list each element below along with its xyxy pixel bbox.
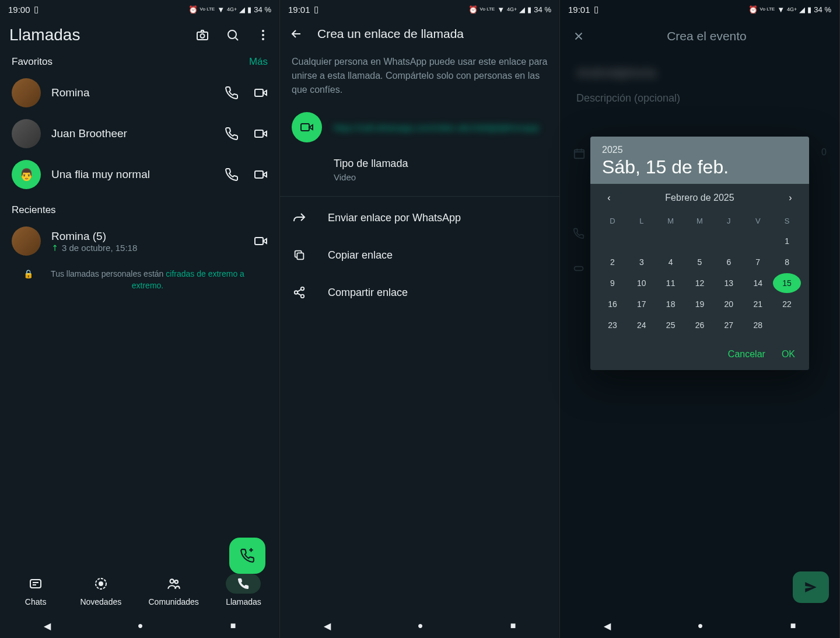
video-call-icon[interactable] — [254, 86, 268, 100]
home-icon[interactable]: ● — [698, 620, 704, 631]
send-whatsapp-button[interactable]: Enviar enlace por WhatsApp — [280, 199, 559, 236]
next-month-icon[interactable]: › — [783, 191, 797, 205]
prev-month-icon[interactable]: ‹ — [602, 191, 616, 205]
favorites-more-button[interactable]: Más — [249, 56, 268, 68]
calendar-dow: L — [628, 212, 656, 230]
nav-communities[interactable]: Comunidades — [148, 574, 198, 606]
send-fab[interactable] — [793, 571, 829, 603]
calendar-day[interactable]: 23 — [598, 315, 626, 335]
event-name-field[interactable]: Androidphoria — [576, 65, 823, 81]
calendar-day[interactable]: 1 — [773, 231, 801, 251]
home-icon[interactable]: ● — [418, 620, 424, 631]
avatar[interactable]: 👨 — [12, 160, 41, 189]
sim-icon: ▯ — [34, 4, 38, 15]
calendar-day[interactable]: 9 — [598, 273, 626, 293]
calendar-day[interactable]: 28 — [744, 315, 772, 335]
sim-icon: ▯ — [594, 4, 598, 15]
svg-point-14 — [174, 580, 177, 583]
action-label: Enviar enlace por WhatsApp — [328, 212, 461, 224]
voice-call-icon[interactable] — [225, 86, 239, 100]
wifi-icon: ▼ — [217, 5, 225, 14]
calendar-day[interactable]: 11 — [657, 273, 685, 293]
calendar-day[interactable]: 10 — [628, 273, 656, 293]
outgoing-arrow-icon: ↗ — [49, 242, 61, 253]
menu-dots-icon[interactable] — [256, 28, 270, 42]
recents-icon[interactable]: ■ — [510, 620, 516, 631]
back-icon[interactable]: ◀ — [324, 620, 331, 632]
favorite-item[interactable]: Juan Brootheer — [0, 113, 279, 154]
video-call-icon[interactable] — [254, 234, 268, 248]
calendar-day[interactable]: 24 — [628, 315, 656, 335]
signal-icon: ◢ — [239, 5, 245, 14]
calendar-day[interactable]: 27 — [715, 315, 743, 335]
voice-call-icon[interactable] — [225, 168, 239, 182]
video-call-icon[interactable] — [254, 168, 268, 182]
date-picker-header: 2025 Sáb, 15 de feb. — [590, 137, 809, 184]
calendar-day[interactable]: 6 — [715, 252, 743, 272]
calendar-day[interactable]: 16 — [598, 294, 626, 314]
voice-call-icon[interactable] — [225, 127, 239, 141]
back-icon[interactable]: ◀ — [604, 620, 611, 632]
avatar[interactable] — [12, 119, 41, 148]
recent-header: Recientes — [0, 195, 279, 221]
calendar-day[interactable]: 12 — [686, 273, 714, 293]
alarm-icon: ⏰ — [748, 5, 758, 14]
nav-updates[interactable]: Novedades — [80, 574, 121, 606]
avatar[interactable] — [12, 226, 41, 256]
calendar-day[interactable]: 7 — [744, 252, 772, 272]
calendar-day[interactable]: 2 — [598, 252, 626, 272]
calendar-day[interactable]: 8 — [773, 252, 801, 272]
nav-chats[interactable]: Chats — [18, 574, 53, 606]
search-icon[interactable] — [226, 28, 240, 42]
camera-icon[interactable] — [195, 28, 209, 42]
calendar-day[interactable]: 3 — [628, 252, 656, 272]
calendar-day[interactable]: 26 — [686, 315, 714, 335]
video-call-icon[interactable] — [254, 127, 268, 141]
calendar-day[interactable]: 5 — [686, 252, 714, 272]
battery-pct: 34 % — [814, 5, 831, 14]
call-type-value: Video — [334, 172, 548, 182]
calendar-day[interactable]: 22 — [773, 294, 801, 314]
nav-calls[interactable]: Llamadas — [226, 574, 261, 606]
picker-year[interactable]: 2025 — [602, 145, 797, 155]
svg-rect-9 — [255, 238, 263, 245]
svg-rect-20 — [575, 150, 584, 159]
battery-icon: ▮ — [247, 5, 251, 14]
battery-icon: ▮ — [527, 5, 531, 14]
home-icon[interactable]: ● — [138, 620, 144, 631]
calendar-day[interactable]: 4 — [657, 252, 685, 272]
nav-label: Chats — [25, 597, 47, 606]
cancel-button[interactable]: Cancelar — [728, 349, 765, 360]
calendar-day[interactable]: 15 — [773, 273, 801, 293]
date-picker: 2025 Sáb, 15 de feb. ‹ Febrero de 2025 ›… — [590, 137, 809, 370]
favorite-item[interactable]: 👨 Una flia muy normal — [0, 154, 279, 195]
favorite-item[interactable]: Romina — [0, 72, 279, 113]
svg-rect-15 — [301, 124, 309, 131]
network-badge: 4G+ — [507, 6, 517, 12]
recents-icon[interactable]: ■ — [230, 620, 236, 631]
status-time: 19:01 — [288, 5, 310, 15]
calendar-day[interactable]: 13 — [715, 273, 743, 293]
create-link-header: Crea un enlace de llamada — [280, 19, 559, 49]
share-link-button[interactable]: Compartir enlace — [280, 274, 559, 311]
calendar-day[interactable]: 25 — [657, 315, 685, 335]
ok-button[interactable]: OK — [782, 349, 795, 360]
back-arrow-icon[interactable] — [289, 27, 303, 41]
avatar[interactable] — [12, 78, 41, 107]
calls-header: Llamadas — [0, 19, 279, 47]
calendar-day[interactable]: 20 — [715, 294, 743, 314]
copy-link-button[interactable]: Copiar enlace — [280, 236, 559, 274]
calendar-day[interactable]: 19 — [686, 294, 714, 314]
back-icon[interactable]: ◀ — [44, 620, 51, 632]
recents-icon[interactable]: ■ — [790, 620, 796, 631]
recent-call-item[interactable]: Romina (5) ↗ 3 de octubre, 15:18 — [0, 221, 279, 262]
calendar-day[interactable]: 21 — [744, 294, 772, 314]
calendar-day[interactable]: 14 — [744, 273, 772, 293]
event-description-field[interactable]: Descripción (opcional) — [576, 92, 823, 104]
call-type-row[interactable]: Tipo de llamada Video — [280, 148, 559, 194]
close-icon[interactable] — [572, 29, 586, 43]
calendar-day[interactable]: 18 — [657, 294, 685, 314]
call-link-row[interactable]: https://call.whatsapp.com/video abcXdefg… — [280, 106, 559, 148]
calendar-day[interactable]: 17 — [628, 294, 656, 314]
battery-pct: 34 % — [534, 5, 551, 14]
